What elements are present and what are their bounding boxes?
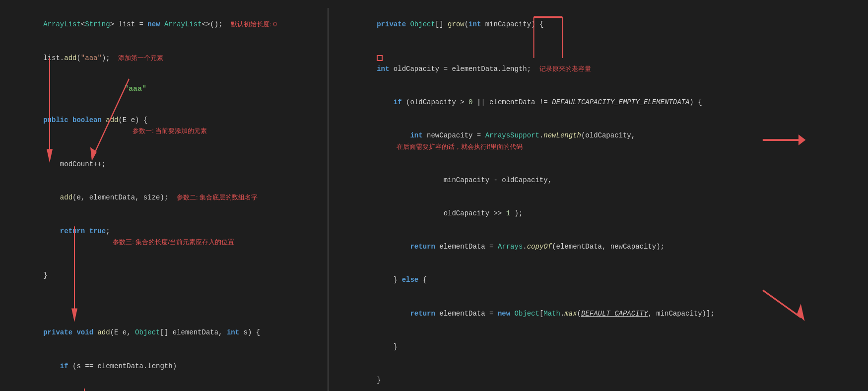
top-code-block: ArrayList<String> list = new ArrayList<>… [10,8,313,74]
code-line: } else { [343,263,858,297]
private-add-block: private void add(E e, Object[] elementDa… [10,316,313,391]
grow-int-block: private Object[] grow(int minCapacity) {… [343,8,858,391]
left-panel: ArrayList<String> list = new ArrayList<>… [10,8,323,391]
code-line: private void add(E e, Object[] elementDa… [10,316,313,349]
aaa-label-area: "aaa" [10,83,313,103]
code-line: ArrayList<String> list = new ArrayList<>… [10,8,313,41]
code-line: elementData = grow(); grow():表示数组扩容 [10,383,313,391]
code-line: return elementData = new Object[Math.max… [343,297,858,330]
add-method-block: public boolean add(E e) { 参数一: 当前要添加的元素 … [10,103,313,292]
code-line: public boolean add(E e) { 参数一: 当前要添加的元素 [10,103,313,148]
code-line: int newCapacity = ArraysSupport.newLengt… [343,119,858,164]
code-line: return elementData = Arrays.copyOf(eleme… [343,230,858,263]
right-panel: private Object[] grow(int minCapacity) {… [334,8,858,391]
code-line: } [343,330,858,363]
code-line: minCapacity - oldCapacity, [343,163,858,196]
code-line: int oldCapacity = elementData.length; 记录… [343,41,858,86]
code-line: add(e, elementData, size); 参数二: 集合底层的数组名… [10,181,313,214]
code-line: if (s == elementData.length) [10,349,313,383]
aaa-label: "aaa" [124,83,146,95]
page-container: ArrayList<String> list = new ArrayList<>… [0,0,868,391]
code-line: } [10,259,313,292]
panel-divider [328,8,329,391]
code-line: if (oldCapacity > 0 || elementData != DE… [343,86,858,119]
code-line: return true; 参数三: 集合的长度/当前元素应存入的位置 [10,214,313,259]
code-line: } [343,364,858,391]
code-line: oldCapacity >> 1 ); [343,197,858,230]
code-line: modCount++; [10,148,313,181]
code-line: private Object[] grow(int minCapacity) { [343,8,858,41]
code-line: list.add("aaa"); 添加第一个元素 [10,41,313,74]
